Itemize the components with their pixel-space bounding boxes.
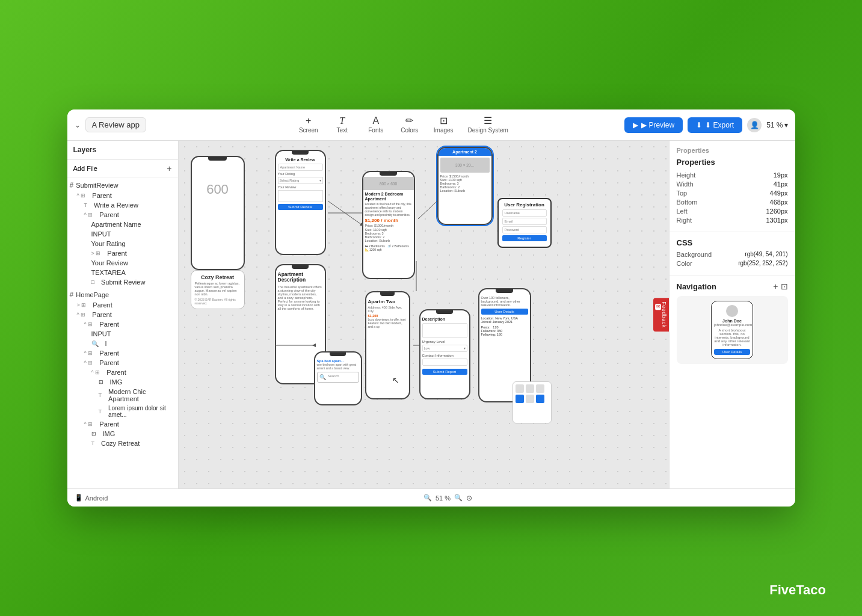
nav-icon-1	[516, 384, 524, 393]
layer-input-1[interactable]: INPUT	[67, 229, 178, 239]
project-name[interactable]: A Review app	[85, 117, 147, 132]
zoom-in-btn[interactable]: 🔍	[454, 494, 463, 502]
layer-homepage[interactable]: # HomePage	[67, 289, 178, 300]
nav-icons	[516, 384, 549, 403]
mockup-apt2: Apartment 2 300 × 20... Price: $1500/mon…	[437, 147, 493, 225]
colors-icon: ✏	[405, 116, 413, 126]
layer-img-2[interactable]: ⊡ IMG	[67, 429, 178, 439]
nav-preview-canvas	[513, 381, 552, 424]
location: Location: Suburb	[365, 239, 412, 242]
tool-design-system[interactable]: ☰ Design System	[462, 114, 514, 136]
layer-img-1[interactable]: ⊡ IMG	[67, 377, 178, 387]
layer-input-hp[interactable]: INPUT	[67, 329, 178, 339]
tool-screen[interactable]: + Screen	[293, 114, 324, 136]
images-label: Images	[434, 127, 454, 134]
layer-apt-name[interactable]: Apartment Name	[67, 220, 178, 229]
layer-textarea[interactable]: TEXTAREA	[67, 268, 178, 277]
nav-controls: + ⊡	[773, 282, 787, 291]
user-about-label: Over 100 followers, background, and any …	[481, 296, 528, 307]
properties-heading: Properties	[677, 158, 788, 167]
canvas-area[interactable]: 600 Cozy Retreat Pellentesque ac lorem a…	[179, 141, 669, 488]
properties-section: Properties Properties Height 19px Width …	[670, 141, 795, 232]
your-review-label: Your Review	[278, 185, 323, 189]
feedback-label: Feedback	[661, 301, 667, 328]
nav-name: John Doe	[714, 319, 750, 323]
mockup-submit-review: Write a Review Apartment Name Your Ratin…	[275, 150, 326, 255]
layer-lorem[interactable]: T Lorem ipsum dolor sit amet...	[67, 404, 178, 419]
preview-icon: ▶	[633, 121, 638, 129]
tool-text[interactable]: T Text	[327, 114, 358, 136]
preview-button[interactable]: ▶ ▶ Preview	[624, 117, 683, 133]
left-value: 1260px	[766, 208, 787, 215]
layer-parent-hp3[interactable]: ^ ⊞ Parent	[67, 319, 178, 329]
nav-avatar	[726, 305, 738, 317]
layer-parent-hp6[interactable]: ^ ⊞ Parent	[67, 368, 178, 377]
nav-phone-preview: John Doe johndoe@example.com A short bio…	[711, 301, 753, 359]
layer-your-review[interactable]: Your Review	[67, 258, 178, 268]
text-icon: T	[339, 116, 345, 126]
zoom-out-btn[interactable]: 🔍	[423, 494, 432, 502]
plus-icon: +	[306, 116, 311, 126]
tool-colors[interactable]: ✏ Colors	[394, 114, 425, 136]
nav-user-details-btn: User Details	[714, 349, 750, 355]
toolbar-left: ⌄ A Review app	[75, 117, 183, 132]
bg-value: rgb(49, 54, 201)	[745, 251, 787, 258]
user-reg-box: User Registration Username Email Passwor…	[497, 198, 552, 248]
layer-search[interactable]: 🔍 I	[67, 339, 178, 348]
user-avatar[interactable]: 👤	[747, 118, 762, 132]
layer-submit-review-item[interactable]: □ Submit Review	[67, 277, 178, 287]
reg-password: Password	[502, 226, 547, 233]
zoom-bar: 🔍 51 % 🔍 ⊙	[423, 494, 472, 502]
fit-btn[interactable]: ⊙	[466, 494, 472, 502]
notch-submit	[292, 151, 309, 155]
cozy-retreat-section: Cozy Retreat Pellentesque ac lorem agisl…	[191, 270, 245, 309]
add-file-button[interactable]: +	[167, 164, 171, 173]
notch-spa	[330, 353, 346, 356]
layer-parent-hp1[interactable]: > ⊞ Parent	[67, 300, 178, 310]
cozy-retreat-text: Pellentesque ac lorem agislas, varius li…	[195, 282, 241, 296]
screen-apt-desc: Apartment Description The beautiful apar…	[276, 270, 325, 312]
mockup-description: Description Urgency Level Low▾ Contact I…	[419, 309, 470, 399]
chevron-icon[interactable]: ⌄	[75, 121, 81, 129]
apt-two-title: Apartm Two	[368, 299, 407, 304]
layer-your-rating[interactable]: Your Rating	[67, 239, 178, 248]
layer-cozy-retreat[interactable]: T Cozy Retreat	[67, 439, 178, 448]
notch-user	[496, 289, 513, 293]
submit-title: Write a Review	[278, 158, 323, 162]
feedback-tab[interactable]: Feedback ✉	[653, 298, 669, 331]
layer-parent-2[interactable]: ^ ⊞ Parent	[67, 210, 178, 220]
modern-desc: Located in the heart of the city, this a…	[365, 202, 412, 217]
price-month: Price: $1000/month	[365, 224, 412, 227]
layer-parent-hp4[interactable]: ^ ⊞ Parent	[67, 348, 178, 358]
add-file-row: Add File +	[67, 159, 178, 177]
layer-submit-review[interactable]: # SubmitReview	[67, 180, 178, 191]
layers-title: Layers	[73, 146, 97, 154]
tool-fonts[interactable]: A Fonts	[360, 114, 392, 136]
apt-two-addr: Address: 456 Side Ave, City	[368, 306, 407, 313]
nav-icon-5	[526, 395, 534, 403]
layer-write-review[interactable]: T Write a Review	[67, 200, 178, 210]
nav-desc: A short bio/about section. this, no inte…	[714, 328, 750, 346]
nav-heading: Navigation	[677, 282, 716, 291]
urgency-label: Urgency Level	[422, 340, 467, 343]
apt-name-field: Apartment Name	[278, 164, 323, 171]
screen-user: Over 100 followers, background, and any …	[479, 294, 530, 338]
export-button[interactable]: ⬇ ⬇ Export	[688, 117, 742, 133]
following-stat: Following: 180	[481, 333, 502, 336]
layer-parent-hp7[interactable]: ^ ⊞ Parent	[67, 419, 178, 429]
apt-desc-text: The beautiful apartment offers a stunnin…	[278, 285, 323, 310]
reg-username: Username	[502, 209, 547, 217]
nav-icon-2	[526, 384, 534, 393]
nav-add-btn[interactable]: +	[773, 282, 778, 291]
layer-parent-3[interactable]: > ⊞ Parent	[67, 248, 178, 258]
nav-edit-btn[interactable]: ⊡	[781, 282, 788, 291]
reg-btn: Register	[502, 235, 547, 241]
layer-parent-hp5[interactable]: ^ ⊞ Parent	[67, 358, 178, 368]
tool-images[interactable]: ⊡ Images	[428, 114, 460, 136]
layer-parent-1[interactable]: ^ ⊞ Parent	[67, 191, 178, 200]
height-label: Height	[677, 171, 696, 179]
reg-email: Email	[502, 218, 547, 225]
zoom-control[interactable]: 51 % ▾	[766, 121, 787, 129]
layer-parent-hp2[interactable]: ^ ⊞ Parent	[67, 310, 178, 319]
layer-modern-chic[interactable]: T Modern Chic Apartment	[67, 387, 178, 404]
